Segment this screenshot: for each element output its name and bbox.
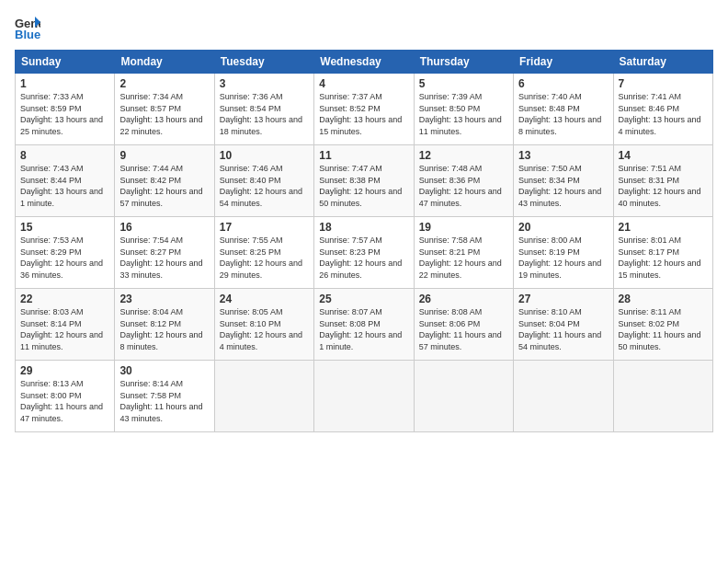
day-number: 5: [419, 77, 508, 90]
day-number: 2: [119, 77, 209, 90]
day-number: 4: [319, 77, 408, 90]
day-info: Sunrise: 7:47 AMSunset: 8:38 PMDaylight:…: [319, 163, 408, 209]
day-info: Sunrise: 7:50 AMSunset: 8:34 PMDaylight:…: [518, 163, 608, 209]
day-info: Sunrise: 8:05 AMSunset: 8:10 PMDaylight:…: [220, 306, 309, 352]
logo-icon: General Blue: [15, 15, 40, 40]
day-cell: 4 Sunrise: 7:37 AMSunset: 8:52 PMDayligh…: [314, 74, 414, 145]
day-number: 21: [619, 221, 708, 234]
day-info: Sunrise: 8:13 AMSunset: 8:00 PMDaylight:…: [20, 378, 109, 424]
day-number: 28: [619, 293, 708, 305]
day-cell: 27 Sunrise: 8:10 AMSunset: 8:04 PMDaylig…: [514, 289, 613, 361]
calendar-page: General Blue Sunday Monday Tuesday Wedne…: [0, 0, 728, 563]
empty-cell: [613, 361, 712, 432]
day-cell: 15 Sunrise: 7:53 AMSunset: 8:29 PMDaylig…: [16, 217, 115, 289]
day-cell: 8 Sunrise: 7:43 AMSunset: 8:44 PMDayligh…: [16, 145, 115, 217]
day-info: Sunrise: 8:03 AMSunset: 8:14 PMDaylight:…: [20, 306, 109, 352]
day-number: 8: [20, 149, 109, 162]
day-info: Sunrise: 8:14 AMSunset: 7:58 PMDaylight:…: [119, 378, 209, 424]
day-info: Sunrise: 7:44 AMSunset: 8:42 PMDaylight:…: [119, 163, 209, 209]
day-number: 10: [220, 149, 309, 162]
col-saturday: Saturday: [613, 51, 712, 74]
day-info: Sunrise: 8:11 AMSunset: 8:02 PMDaylight:…: [619, 306, 708, 352]
day-number: 9: [119, 149, 209, 162]
day-cell: 29 Sunrise: 8:13 AMSunset: 8:00 PMDaylig…: [16, 361, 115, 432]
day-number: 24: [220, 293, 309, 305]
col-tuesday: Tuesday: [214, 51, 313, 74]
day-cell: 25 Sunrise: 8:07 AMSunset: 8:08 PMDaylig…: [314, 289, 414, 361]
day-info: Sunrise: 7:58 AMSunset: 8:21 PMDaylight:…: [419, 235, 508, 281]
day-number: 22: [20, 293, 109, 305]
empty-cell: [214, 361, 313, 432]
day-info: Sunrise: 7:40 AMSunset: 8:48 PMDaylight:…: [518, 91, 608, 137]
day-info: Sunrise: 7:37 AMSunset: 8:52 PMDaylight:…: [319, 91, 408, 137]
day-info: Sunrise: 7:54 AMSunset: 8:27 PMDaylight:…: [119, 235, 209, 281]
empty-cell: [414, 361, 513, 432]
day-cell: 2 Sunrise: 7:34 AMSunset: 8:57 PMDayligh…: [115, 74, 214, 145]
day-cell: 14 Sunrise: 7:51 AMSunset: 8:31 PMDaylig…: [613, 145, 712, 217]
day-info: Sunrise: 8:07 AMSunset: 8:08 PMDaylight:…: [319, 306, 408, 352]
empty-cell: [514, 361, 613, 432]
day-info: Sunrise: 7:57 AMSunset: 8:23 PMDaylight:…: [319, 235, 408, 281]
day-cell: 5 Sunrise: 7:39 AMSunset: 8:50 PMDayligh…: [414, 74, 513, 145]
empty-cell: [314, 361, 414, 432]
day-number: 17: [220, 221, 309, 234]
day-cell: 30 Sunrise: 8:14 AMSunset: 7:58 PMDaylig…: [115, 361, 214, 432]
day-info: Sunrise: 7:55 AMSunset: 8:25 PMDaylight:…: [220, 235, 309, 281]
day-info: Sunrise: 7:48 AMSunset: 8:36 PMDaylight:…: [419, 163, 508, 209]
col-thursday: Thursday: [414, 51, 513, 74]
col-monday: Monday: [115, 51, 214, 74]
day-number: 19: [419, 221, 508, 234]
day-info: Sunrise: 8:04 AMSunset: 8:12 PMDaylight:…: [119, 306, 209, 352]
calendar-header: General Blue: [15, 15, 713, 40]
day-cell: 10 Sunrise: 7:46 AMSunset: 8:40 PMDaylig…: [214, 145, 313, 217]
col-friday: Friday: [514, 51, 613, 74]
day-number: 26: [419, 293, 508, 305]
day-cell: 26 Sunrise: 8:08 AMSunset: 8:06 PMDaylig…: [414, 289, 513, 361]
day-number: 16: [119, 221, 209, 234]
day-info: Sunrise: 7:34 AMSunset: 8:57 PMDaylight:…: [119, 91, 209, 137]
day-cell: 18 Sunrise: 7:57 AMSunset: 8:23 PMDaylig…: [314, 217, 414, 289]
day-cell: 13 Sunrise: 7:50 AMSunset: 8:34 PMDaylig…: [514, 145, 613, 217]
day-cell: 7 Sunrise: 7:41 AMSunset: 8:46 PMDayligh…: [613, 74, 712, 145]
day-info: Sunrise: 7:33 AMSunset: 8:59 PMDaylight:…: [20, 91, 109, 137]
day-number: 13: [518, 149, 608, 162]
day-info: Sunrise: 7:53 AMSunset: 8:29 PMDaylight:…: [20, 235, 109, 281]
day-cell: 22 Sunrise: 8:03 AMSunset: 8:14 PMDaylig…: [16, 289, 115, 361]
day-cell: 23 Sunrise: 8:04 AMSunset: 8:12 PMDaylig…: [115, 289, 214, 361]
day-number: 23: [119, 293, 209, 305]
day-info: Sunrise: 8:00 AMSunset: 8:19 PMDaylight:…: [518, 235, 608, 281]
day-number: 20: [518, 221, 608, 234]
day-number: 30: [119, 364, 209, 377]
day-number: 1: [20, 77, 109, 90]
day-cell: 9 Sunrise: 7:44 AMSunset: 8:42 PMDayligh…: [115, 145, 214, 217]
day-info: Sunrise: 7:51 AMSunset: 8:31 PMDaylight:…: [619, 163, 708, 209]
day-number: 29: [20, 364, 109, 377]
day-number: 18: [319, 221, 408, 234]
day-cell: 12 Sunrise: 7:48 AMSunset: 8:36 PMDaylig…: [414, 145, 513, 217]
day-info: Sunrise: 7:46 AMSunset: 8:40 PMDaylight:…: [220, 163, 309, 209]
col-sunday: Sunday: [16, 51, 115, 74]
day-info: Sunrise: 7:36 AMSunset: 8:54 PMDaylight:…: [220, 91, 309, 137]
day-cell: 20 Sunrise: 8:00 AMSunset: 8:19 PMDaylig…: [514, 217, 613, 289]
day-cell: 24 Sunrise: 8:05 AMSunset: 8:10 PMDaylig…: [214, 289, 313, 361]
day-cell: 17 Sunrise: 7:55 AMSunset: 8:25 PMDaylig…: [214, 217, 313, 289]
svg-text:Blue: Blue: [15, 28, 40, 40]
day-cell: 3 Sunrise: 7:36 AMSunset: 8:54 PMDayligh…: [214, 74, 313, 145]
day-number: 27: [518, 293, 608, 305]
calendar-table: Sunday Monday Tuesday Wednesday Thursday…: [15, 50, 713, 432]
day-cell: 21 Sunrise: 8:01 AMSunset: 8:17 PMDaylig…: [613, 217, 712, 289]
day-info: Sunrise: 7:39 AMSunset: 8:50 PMDaylight:…: [419, 91, 508, 137]
day-number: 3: [220, 77, 309, 90]
day-cell: 6 Sunrise: 7:40 AMSunset: 8:48 PMDayligh…: [514, 74, 613, 145]
day-number: 15: [20, 221, 109, 234]
day-number: 25: [319, 293, 408, 305]
day-cell: 11 Sunrise: 7:47 AMSunset: 8:38 PMDaylig…: [314, 145, 414, 217]
day-info: Sunrise: 7:43 AMSunset: 8:44 PMDaylight:…: [20, 163, 109, 209]
day-number: 6: [518, 77, 608, 90]
day-number: 12: [419, 149, 508, 162]
day-cell: 19 Sunrise: 7:58 AMSunset: 8:21 PMDaylig…: [414, 217, 513, 289]
day-info: Sunrise: 8:08 AMSunset: 8:06 PMDaylight:…: [419, 306, 508, 352]
day-number: 14: [619, 149, 708, 162]
day-info: Sunrise: 7:41 AMSunset: 8:46 PMDaylight:…: [619, 91, 708, 137]
day-cell: 1 Sunrise: 7:33 AMSunset: 8:59 PMDayligh…: [16, 74, 115, 145]
